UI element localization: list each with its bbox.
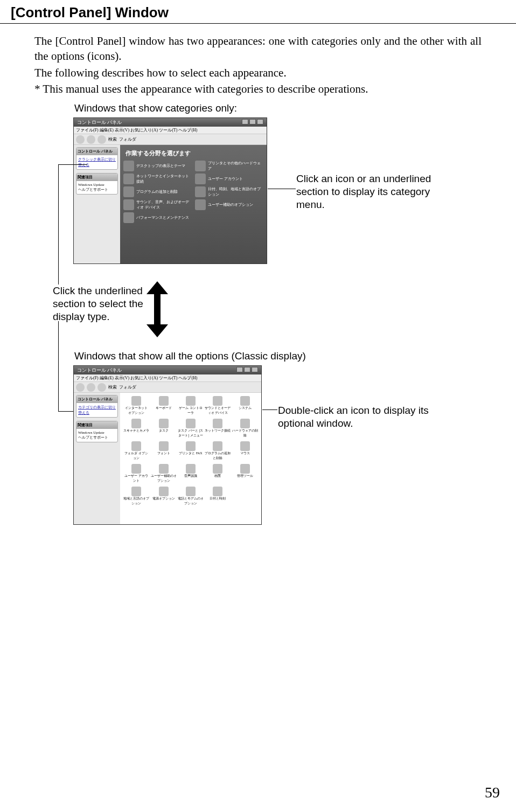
control-panel-applet[interactable]: 地域と言語のオプション bbox=[123, 487, 149, 506]
sidebar-switch-view-link[interactable]: クラシック表示に切り替える bbox=[78, 157, 116, 168]
sidebar-panel-related: 関連項目 Windows Update ヘルプとサポート bbox=[76, 421, 118, 442]
toolbar-search[interactable]: 検索 bbox=[108, 384, 117, 390]
up-icon[interactable] bbox=[97, 383, 106, 392]
control-panel-applet[interactable]: 画面 bbox=[205, 464, 231, 483]
applet-label: ユーザー補助のオプション bbox=[150, 474, 176, 483]
applet-label: 電話とモデムのオプション bbox=[178, 496, 204, 506]
toolbar-search[interactable]: 検索 bbox=[108, 136, 117, 142]
clock-icon bbox=[195, 186, 206, 197]
sidebar-panel-head: コントロール パネル bbox=[76, 148, 117, 155]
control-panel-applet[interactable]: キーボード bbox=[150, 396, 176, 415]
printer-icon bbox=[195, 161, 206, 171]
category-sound[interactable]: サウンド、音声、およびオーディオ デバイス bbox=[123, 199, 192, 210]
sidebar-switch-view-link[interactable]: カテゴリの表示に切り替える bbox=[78, 405, 116, 415]
control-panel-applet[interactable]: 日付と時刻 bbox=[205, 487, 231, 506]
applet-icon bbox=[240, 396, 250, 406]
control-panel-applet[interactable]: プリンタと FAX bbox=[178, 441, 204, 461]
sidebar-link-help[interactable]: ヘルプとサポート bbox=[78, 187, 116, 192]
control-panel-applet[interactable]: システム bbox=[232, 396, 258, 415]
toolbar-folder[interactable]: フォルダ bbox=[119, 384, 136, 390]
applet-label: プログラムの追加と削除 bbox=[205, 451, 231, 461]
annotation-classic-click: Double-click an icon to display its opti… bbox=[278, 404, 429, 430]
sound-icon bbox=[123, 199, 134, 210]
category-label: ユーザー補助のオプション bbox=[208, 202, 253, 207]
control-panel-applet[interactable]: サウンドとオーディオ デバイス bbox=[205, 396, 231, 415]
category-add-remove[interactable]: プログラムの追加と削除 bbox=[123, 186, 192, 197]
category-label: プログラムの追加と削除 bbox=[136, 189, 178, 195]
forward-icon[interactable] bbox=[87, 135, 95, 144]
control-panel-applet[interactable]: プログラムの追加と削除 bbox=[205, 441, 231, 461]
control-panel-applet[interactable]: 電話とモデムのオプション bbox=[178, 487, 204, 506]
control-panel-applet[interactable]: フォント bbox=[150, 441, 176, 461]
programs-icon bbox=[123, 186, 134, 197]
user-icon bbox=[195, 173, 206, 184]
minimize-icon[interactable] bbox=[242, 119, 248, 124]
applet-icon bbox=[213, 464, 222, 474]
category-accessibility[interactable]: ユーザー補助のオプション bbox=[195, 199, 263, 210]
sidebar-panel-related: 関連項目 Windows Update ヘルプとサポート bbox=[76, 173, 118, 195]
category-label: デスクトップの表示とテーマ bbox=[136, 163, 185, 169]
category-performance[interactable]: パフォーマンスとメンテナンス bbox=[123, 212, 192, 223]
category-appearance[interactable]: デスクトップの表示とテーマ bbox=[123, 161, 192, 171]
control-panel-applet[interactable]: マウス bbox=[232, 441, 258, 461]
applet-icon bbox=[131, 464, 141, 474]
applet-icon bbox=[213, 487, 222, 496]
menubar[interactable]: ファイル(F) 編集(E) 表示(V) お気に入り(A) ツール(T) ヘルプ(… bbox=[74, 127, 267, 134]
back-icon[interactable] bbox=[76, 135, 85, 144]
sidebar-link-help[interactable]: ヘルプとサポート bbox=[78, 435, 116, 440]
sidebar-link-windows-update[interactable]: Windows Update bbox=[78, 183, 116, 187]
control-panel-applet[interactable]: フォルダ オプション bbox=[123, 441, 149, 461]
sidebar-link-windows-update[interactable]: Windows Update bbox=[78, 431, 116, 435]
close-icon[interactable] bbox=[252, 367, 258, 372]
applet-label: キーボード bbox=[156, 406, 172, 411]
control-panel-applet[interactable]: タスク bbox=[150, 419, 176, 438]
forward-icon[interactable] bbox=[87, 383, 95, 392]
applet-icon bbox=[213, 396, 222, 406]
toolbar-folder[interactable]: フォルダ bbox=[119, 136, 136, 142]
applet-icon bbox=[213, 441, 222, 451]
back-icon[interactable] bbox=[76, 383, 85, 392]
category-user-accounts[interactable]: ユーザー アカウント bbox=[195, 173, 263, 184]
screenshot-category-view: コントロール パネル ファイル(F) 編集(E) 表示(V) お気に入り(A) … bbox=[73, 117, 267, 264]
control-panel-applet[interactable]: スキャナとカメラ bbox=[123, 419, 149, 438]
connector-line bbox=[262, 410, 277, 410]
maximize-icon[interactable] bbox=[249, 119, 256, 124]
caption-category-view: Windows that show categories only: bbox=[74, 102, 237, 114]
control-panel-applet[interactable]: ユーザー補助のオプション bbox=[150, 464, 176, 483]
control-panel-applet[interactable]: 音声認識 bbox=[178, 464, 204, 483]
category-network[interactable]: ネットワークとインターネット接続 bbox=[123, 173, 192, 184]
applet-icon bbox=[131, 441, 141, 451]
control-panel-applet[interactable]: ネットワーク接続 bbox=[205, 419, 231, 438]
control-panel-applet[interactable]: タスク バーと [スタート] メニュー bbox=[178, 419, 204, 438]
control-panel-applet[interactable]: 電源オプション bbox=[150, 487, 176, 506]
category-date-time[interactable]: 日付、時刻、地域と言語のオプション bbox=[195, 186, 263, 197]
close-icon[interactable] bbox=[257, 119, 263, 124]
applet-icon bbox=[159, 396, 169, 406]
category-printers[interactable]: プリンタとその他のハードウェア bbox=[195, 161, 263, 171]
category-label: ユーザー アカウント bbox=[208, 176, 243, 182]
menubar[interactable]: ファイル(F) 編集(E) 表示(V) お気に入り(A) ツール(T) ヘルプ(… bbox=[74, 374, 261, 382]
control-panel-applet[interactable]: ユーザー アカウント bbox=[123, 464, 149, 483]
applet-label: 電源オプション bbox=[152, 496, 175, 501]
control-panel-applet[interactable]: ハードウェアの削除 bbox=[232, 419, 258, 438]
up-icon[interactable] bbox=[97, 135, 106, 144]
category-label: パフォーマンスとメンテナンス bbox=[136, 215, 189, 220]
network-icon bbox=[123, 173, 134, 184]
annotation-category-click: Click an icon or an underlined section t… bbox=[296, 172, 447, 211]
control-panel-applet[interactable]: ゲーム コントローラ bbox=[178, 396, 204, 415]
caption-classic-view: Windows that show all the options (Class… bbox=[74, 350, 306, 362]
applet-label: インターネット オプション bbox=[123, 406, 149, 415]
window-titlebar: コントロール パネル bbox=[74, 118, 267, 127]
window-titlebar: コントロール パネル bbox=[74, 366, 261, 374]
minimize-icon[interactable] bbox=[236, 367, 243, 372]
control-panel-applet[interactable]: 管理ツール bbox=[232, 464, 258, 483]
maximize-icon[interactable] bbox=[244, 367, 250, 372]
applet-icon bbox=[186, 464, 196, 474]
body-text-block: The [Control Panel] window has two appea… bbox=[0, 33, 516, 96]
paragraph-1: The [Control Panel] window has two appea… bbox=[34, 33, 482, 64]
page-title: [Control Panel] Window bbox=[0, 0, 516, 24]
control-panel-applet[interactable]: インターネット オプション bbox=[123, 396, 149, 415]
applet-label: ゲーム コントローラ bbox=[178, 406, 204, 415]
window-title: コントロール パネル bbox=[77, 367, 122, 373]
applet-icon bbox=[131, 487, 141, 496]
